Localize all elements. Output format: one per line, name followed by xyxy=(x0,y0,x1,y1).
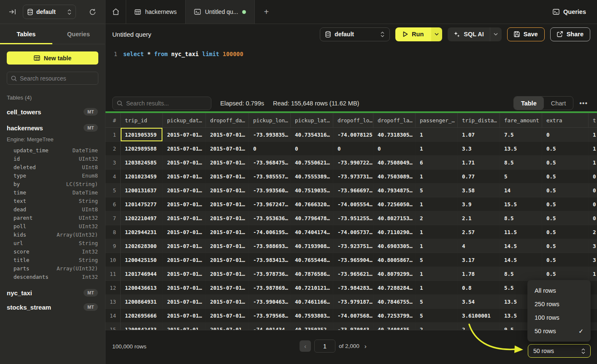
cell[interactable]: 3.58 xyxy=(458,183,500,197)
cell[interactable]: 2015-07-01… xyxy=(206,295,249,309)
row-number-cell[interactable]: 1 xyxy=(105,128,121,142)
cell[interactable]: 2 xyxy=(416,323,458,330)
cell[interactable]: 3 xyxy=(589,239,597,253)
selected-cell[interactable]: 1201905359 xyxy=(121,128,163,142)
cell[interactable]: 2015-07-01… xyxy=(163,170,206,183)
search-resources-input[interactable] xyxy=(20,75,96,82)
cell[interactable]: 40.7655448… xyxy=(291,253,333,267)
column-header[interactable]: pickup_dat… xyxy=(163,113,206,128)
cell[interactable]: 40.7404174… xyxy=(291,225,333,239)
cell[interactable]: 2 xyxy=(458,323,500,330)
cell[interactable]: 40.6903305… xyxy=(373,239,416,253)
cell[interactable]: 40.7256050… xyxy=(373,197,416,211)
cell[interactable]: 5 xyxy=(500,170,542,183)
column-header[interactable]: trip_id xyxy=(121,113,163,128)
cell[interactable]: 2015-07-01… xyxy=(163,128,206,142)
cell[interactable]: 40.7555389… xyxy=(291,170,333,183)
cell[interactable]: -73.987869… xyxy=(249,281,291,295)
cell[interactable]: 2.57 xyxy=(458,225,500,239)
cell[interactable]: 0.5 xyxy=(542,170,589,183)
cell[interactable]: 1 xyxy=(416,170,458,183)
cell[interactable]: 1 xyxy=(416,225,458,239)
cell[interactable]: -73.967247… xyxy=(249,197,291,211)
next-page-button[interactable]: › xyxy=(363,342,368,350)
cell[interactable]: 40.7550621… xyxy=(291,156,333,170)
cell[interactable]: -73.923751… xyxy=(333,239,373,253)
cell[interactable]: 2015-07-01 xyxy=(163,323,206,330)
cell[interactable]: 0 xyxy=(333,142,373,156)
row-number-cell[interactable]: 5 xyxy=(105,183,121,197)
cell[interactable]: 13.5 xyxy=(500,142,542,156)
cell[interactable]: 40.7408435 xyxy=(373,323,416,330)
query-database-selector[interactable]: default xyxy=(320,27,390,41)
cell[interactable]: 2015-07-01… xyxy=(206,309,249,323)
cell[interactable]: 2015-07-01… xyxy=(206,253,249,267)
home-tab[interactable] xyxy=(105,0,126,24)
cell[interactable]: -73.979568… xyxy=(249,309,291,323)
rows-menu-item[interactable]: 50 rows✓ xyxy=(527,324,591,338)
cell[interactable]: -74.005554… xyxy=(333,197,373,211)
cell[interactable]: 0 xyxy=(589,211,597,225)
cell[interactable]: 0.5 xyxy=(542,197,589,211)
cell[interactable]: 40.7593803… xyxy=(291,309,333,323)
cell[interactable]: 1 xyxy=(416,142,458,156)
new-table-button[interactable]: New table xyxy=(7,51,98,65)
cell[interactable]: 1200436613 xyxy=(121,281,163,295)
cell[interactable]: 40.8027153… xyxy=(373,211,416,225)
row-number-cell[interactable]: 13 xyxy=(105,295,121,309)
cell[interactable]: -74.005737… xyxy=(333,225,373,239)
cell[interactable]: 0 xyxy=(373,142,416,156)
column-header[interactable]: pickup_lat… xyxy=(291,113,333,128)
cell[interactable]: 0.5 xyxy=(542,225,589,239)
column-header[interactable]: pickup_lon… xyxy=(249,113,291,128)
cell[interactable]: -73.993835… xyxy=(249,128,291,142)
cell[interactable]: -73.985557… xyxy=(249,170,291,183)
cell[interactable]: 3.6100001 xyxy=(458,309,500,323)
cell[interactable]: 2015-07-01… xyxy=(206,281,249,295)
cell[interactable]: 1200864931 xyxy=(121,295,163,309)
cell[interactable]: 8.5 xyxy=(500,267,542,281)
cell[interactable]: 0 xyxy=(542,128,589,142)
cell[interactable]: 11.5 xyxy=(500,225,542,239)
row-number-cell[interactable]: 9 xyxy=(105,239,121,253)
sidebar-item-cell-towers[interactable]: cell_towers MT xyxy=(7,107,98,117)
cell[interactable]: 0 xyxy=(589,170,597,183)
cell[interactable]: 40.7210121… xyxy=(291,281,333,295)
cell[interactable]: 40.7354316… xyxy=(291,128,333,142)
row-number-cell[interactable]: 11 xyxy=(105,267,121,281)
row-number-cell[interactable]: 8 xyxy=(105,225,121,239)
cell[interactable]: 2015-07-01… xyxy=(163,156,206,170)
row-number-cell[interactable]: 10 xyxy=(105,253,121,267)
cell[interactable]: 14 xyxy=(500,183,542,197)
cell[interactable]: -73.965621… xyxy=(333,267,373,281)
cell[interactable]: 40.7519035… xyxy=(291,183,333,197)
toggle-chart[interactable]: Chart xyxy=(544,97,573,110)
cell[interactable]: 2015-07-01 xyxy=(206,323,249,330)
cell[interactable]: 0.8 xyxy=(458,281,500,295)
cell[interactable]: 0 xyxy=(249,142,291,156)
tab-untitled-query[interactable]: Untitled qu... xyxy=(186,0,255,24)
cell[interactable]: -74.001434 xyxy=(249,323,291,330)
cell[interactable]: 1200425150 xyxy=(121,253,163,267)
cell[interactable]: 0.5 xyxy=(542,239,589,253)
cell[interactable]: 40.8079299… xyxy=(373,267,416,281)
tab-tables[interactable]: Tables xyxy=(0,24,52,44)
row-number-cell[interactable]: 4 xyxy=(105,170,121,183)
cell[interactable]: 1.71 xyxy=(458,156,500,170)
cell[interactable]: 1 xyxy=(589,142,597,156)
cell[interactable]: 7.5 xyxy=(500,128,542,142)
cell[interactable]: 0.5 xyxy=(542,267,589,281)
column-header[interactable]: t xyxy=(589,113,597,128)
cell[interactable]: 2015-07-01… xyxy=(163,309,206,323)
cell[interactable]: 0 xyxy=(589,183,597,197)
cell[interactable]: 4 xyxy=(458,239,500,253)
row-number-cell[interactable]: 12 xyxy=(105,281,121,295)
cell[interactable]: 5 xyxy=(416,309,458,323)
cell[interactable]: 1200842433 xyxy=(121,323,163,330)
cell[interactable]: 1 xyxy=(416,267,458,281)
cell[interactable]: -73.951255… xyxy=(333,211,373,225)
cell[interactable]: 2.1 xyxy=(458,211,500,225)
row-number-cell[interactable]: 15 xyxy=(105,323,121,330)
results-search[interactable] xyxy=(112,97,211,110)
cell[interactable]: 1202944231 xyxy=(121,225,163,239)
